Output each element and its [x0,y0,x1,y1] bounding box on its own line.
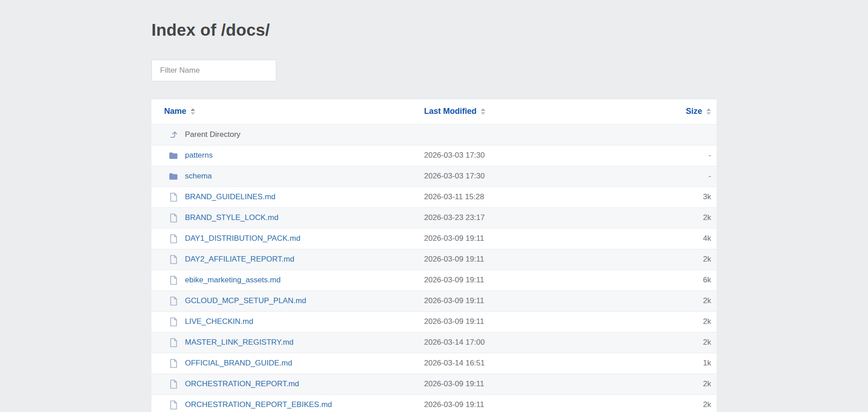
parent-directory-row[interactable]: Parent Directory [151,124,717,145]
file-size: - [650,166,717,187]
column-header-name-label: Name [164,107,186,116]
column-header-size[interactable]: Size [650,99,717,124]
file-link[interactable]: ebike_marketing_assets.md [185,276,281,285]
file-size: 2k [650,290,717,311]
modified-date [424,124,650,145]
file-link[interactable]: LIVE_CHECKIN.md [185,317,253,326]
file-link[interactable]: DAY2_AFFILIATE_REPORT.md [185,255,294,264]
file-size: 4k [650,228,717,249]
modified-date: 2026-03-09 19:11 [424,249,650,270]
sort-up-down-icon [706,108,711,117]
modified-date: 2026-03-09 19:11 [424,394,650,412]
file-document-icon [169,234,178,243]
page-title: Index of /docs/ [151,0,717,40]
file-size [650,124,717,145]
file-document-icon [169,359,178,368]
table-row: MASTER_LINK_REGISTRY.md 2026-03-14 17:00… [151,332,717,353]
table-row: LIVE_CHECKIN.md 2026-03-09 19:11 2k [151,311,717,332]
file-rows: Parent Directory patterns 2026-03-03 17:… [151,124,717,412]
file-link[interactable]: ORCHESTRATION_REPORT.md [185,379,299,389]
modified-date: 2026-03-03 17:30 [424,166,650,187]
parent-directory-label: Parent Directory [185,130,241,139]
folder-icon [169,172,178,181]
folder-icon [169,151,178,160]
file-link[interactable]: GCLOUD_MCP_SETUP_PLAN.md [185,296,306,305]
file-size: 2k [650,249,717,270]
file-size: 6k [650,270,717,290]
file-size: 2k [650,311,717,332]
file-document-icon [169,276,178,285]
modified-date: 2026-03-09 19:11 [424,311,650,332]
file-size: 1k [650,353,717,374]
modified-date: 2026-03-14 16:51 [424,353,650,374]
column-header-size-label: Size [686,107,702,116]
file-document-icon [169,213,178,223]
file-size: 3k [650,187,717,207]
table-header-row: Name Last Modified Size [151,99,717,124]
modified-date: 2026-03-09 19:11 [424,228,650,249]
file-listing-table: Name Last Modified Size [151,99,717,412]
level-up-arrow-icon [169,130,178,139]
column-header-last-modified-label: Last Modified [424,107,476,116]
table-row: DAY1_DISTRIBUTION_PACK.md 2026-03-09 19:… [151,228,717,249]
modified-date: 2026-03-14 17:00 [424,332,650,353]
modified-date: 2026-03-09 19:11 [424,374,650,394]
folder-link[interactable]: patterns [185,151,212,160]
table-row: patterns 2026-03-03 17:30 - [151,145,717,166]
file-size: - [650,145,717,166]
file-size: 2k [650,374,717,394]
table-row: ORCHESTRATION_REPORT_EBIKES.md 2026-03-0… [151,394,717,412]
table-row: BRAND_GUIDELINES.md 2026-03-11 15:28 3k [151,187,717,207]
table-row: schema 2026-03-03 17:30 - [151,166,717,187]
file-link[interactable]: DAY1_DISTRIBUTION_PACK.md [185,234,300,243]
sort-up-down-icon [481,108,486,117]
table-row: BRAND_STYLE_LOCK.md 2026-03-23 23:17 2k [151,207,717,228]
file-link[interactable]: OFFICIAL_BRAND_GUIDE.md [185,359,292,368]
modified-date: 2026-03-03 17:30 [424,145,650,166]
modified-date: 2026-03-09 19:11 [424,290,650,311]
file-document-icon [169,296,178,306]
sort-up-down-icon [190,108,195,117]
table-row: OFFICIAL_BRAND_GUIDE.md 2026-03-14 16:51… [151,353,717,374]
file-document-icon [169,192,178,202]
table-row: ORCHESTRATION_REPORT.md 2026-03-09 19:11… [151,374,717,394]
directory-index-page: Index of /docs/ Name Last Modified Size [151,0,717,412]
file-document-icon [169,400,178,410]
file-size: 2k [650,207,717,228]
file-link[interactable]: MASTER_LINK_REGISTRY.md [185,338,293,347]
table-row: DAY2_AFFILIATE_REPORT.md 2026-03-09 19:1… [151,249,717,270]
file-document-icon [169,379,178,389]
file-size: 2k [650,394,717,412]
file-document-icon [169,317,178,327]
file-link[interactable]: BRAND_STYLE_LOCK.md [185,213,278,222]
column-header-name[interactable]: Name [151,99,424,124]
file-link[interactable]: BRAND_GUIDELINES.md [185,192,275,201]
table-row: ebike_marketing_assets.md 2026-03-09 19:… [151,270,717,290]
file-document-icon [169,338,178,347]
modified-date: 2026-03-09 19:11 [424,270,650,290]
file-size: 2k [650,332,717,353]
modified-date: 2026-03-11 15:28 [424,187,650,207]
column-header-last-modified[interactable]: Last Modified [424,99,650,124]
file-document-icon [169,255,178,264]
filter-name-input[interactable] [151,60,276,81]
table-row: GCLOUD_MCP_SETUP_PLAN.md 2026-03-09 19:1… [151,290,717,311]
file-link[interactable]: ORCHESTRATION_REPORT_EBIKES.md [185,400,332,409]
modified-date: 2026-03-23 23:17 [424,207,650,228]
folder-link[interactable]: schema [185,172,212,181]
